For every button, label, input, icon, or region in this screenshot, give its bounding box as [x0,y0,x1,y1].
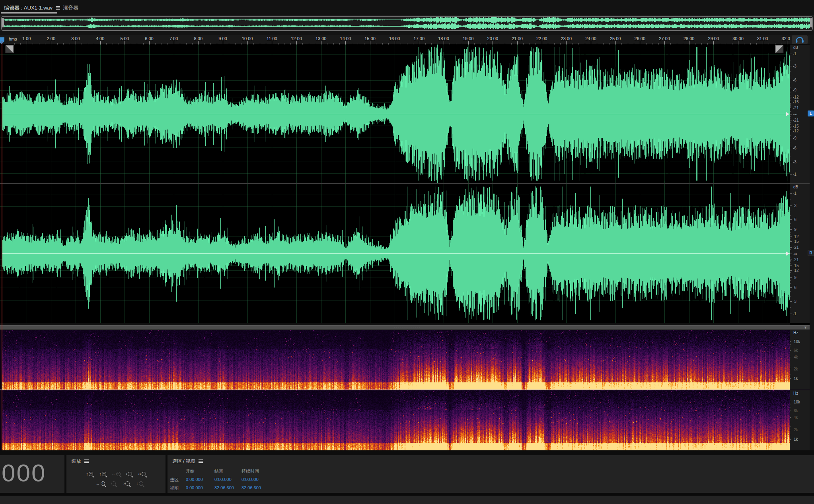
hz-tick [790,417,791,418]
db-minor-tick [790,258,791,258]
db-tick [790,114,792,114]
selection-end-value[interactable]: 0:00.000 [214,477,232,482]
view-duration-value[interactable]: 32:06.600 [241,485,261,490]
waveform-display[interactable]: dB-1-1-3-3-6-6-9-9-12-12-15-15-21-21-∞ d… [0,45,814,325]
db-minor-tick [790,106,791,107]
db-tick [790,219,792,220]
ruler-major-tick [100,41,101,45]
zoom-out-time-icon: − [109,480,118,487]
zoom-panel-header: 缩放 [72,458,89,465]
pane-divider[interactable]: ▼ [0,325,814,330]
zoom-buttons-row1: ↕+↕−↔−‹‹› [85,470,147,477]
db-minor-tick [790,272,791,273]
tab-mixer[interactable]: 混音器 [59,3,82,13]
db-label: -6 [793,285,796,289]
column-end: 结束 [214,468,223,474]
db-tick [790,241,792,242]
tab-editor-label: 编辑器 : AUX1-1.wav [4,4,53,12]
spectrogram-display[interactable]: Hz10k6k4k2k1k Hz10k6k4k2k1k [0,330,814,450]
db-minor-tick [790,118,791,118]
db-label: -21 [793,106,798,110]
ruler-major-tick [566,41,567,45]
zoom-modifier-glyph: ↕ [99,472,101,476]
zoom-panel: 缩放 ↕+↕−↔−‹‹› ↔+−›↕+ [66,455,166,493]
db-tick [790,80,792,80]
hz-tick [790,439,791,440]
vertical-scrollbar[interactable] [810,35,814,450]
channel-divider[interactable] [0,183,814,184]
db-tick [790,193,792,194]
magnifier-glyph [125,481,130,486]
zoom-panel-menu-icon[interactable] [84,459,89,463]
zoom-to-out-point-icon[interactable]: › [122,480,131,487]
db-label: -12 [793,129,798,133]
collapse-arrow-icon[interactable]: ▼ [804,326,807,330]
ruler-major-tick [370,41,370,45]
magnifier-glyph: + [89,472,93,476]
db-minor-tick [790,275,791,275]
zoom-in-time-icon[interactable]: ↔+ [95,480,105,487]
ruler-major-tick [517,41,518,45]
hz-scale-left-channel: Hz10k6k4k2k1k [790,330,810,390]
view-start-value[interactable]: 0:00.000 [186,485,203,490]
hz-label: 2k [794,427,798,432]
ruler-major-tick [198,41,199,45]
zoom-to-selection-icon[interactable]: ‹› [137,470,147,477]
overview-navigator[interactable] [0,15,814,31]
db-minor-tick [790,127,791,128]
db-minor-tick [790,105,791,106]
hz-minor-tick [790,347,791,347]
hz-tick [790,378,791,379]
db-label: -∞ [793,251,797,256]
hz-label: 10k [794,339,800,343]
ruler-major-tick [125,41,125,45]
zoom-out-amplitude-icon[interactable]: ↕− [98,470,107,477]
selection-panel-menu-icon[interactable] [199,459,203,463]
db-minor-tick [790,291,791,292]
ruler-label: 30:00 [732,36,744,41]
db-minor-tick [790,107,791,108]
hz-minor-tick [790,407,791,407]
ruler-label: 27:00 [659,36,670,41]
db-minor-tick [790,227,791,227]
zoom-panel-title: 缩放 [72,458,81,465]
ruler-label: 5:00 [121,36,129,41]
zoom-to-in-point-icon[interactable]: ‹ [124,470,134,477]
hz-tick [790,357,791,357]
view-end-value[interactable]: 32:06.600 [214,485,234,490]
tab-editor[interactable]: 编辑器 : AUX1-1.wav [0,3,64,13]
db-minor-tick [790,84,791,84]
left-channel-badge[interactable]: L [808,110,814,116]
db-label: -9 [793,275,796,279]
right-channel-badge[interactable]: R [808,250,814,256]
db-minor-tick [790,247,791,247]
ruler-major-tick [444,41,444,45]
zoom-modifier-glyph: ↔ [111,472,116,476]
db-tick [790,229,792,230]
db-label: -1 [793,312,796,316]
zoom-in-amplitude-icon[interactable]: ↕+ [85,470,94,477]
overview-left-handle[interactable] [2,18,4,27]
overview-right-handle[interactable] [810,18,812,27]
db-minor-tick [790,283,791,284]
db-label: -21 [793,118,798,122]
selection-duration-value[interactable]: 0:00.000 [241,477,259,482]
db-tick [790,236,792,237]
ruler-label: 26:00 [635,36,646,41]
db-minor-tick [790,262,791,262]
selection-start-value[interactable]: 0:00.000 [186,477,203,482]
fade-out-handle[interactable] [775,45,783,53]
db-minor-tick [790,121,791,121]
monitor-button[interactable] [792,35,808,44]
ruler-label: 18:00 [438,36,449,41]
playhead-line[interactable] [2,41,2,450]
ruler-label: 24:00 [585,36,596,41]
divider-grip-icon[interactable] [393,327,421,329]
db-minor-tick [790,261,791,262]
hz-label: 2k [794,367,798,371]
timeline-ruler[interactable]: hms 1:002:003:004:005:006:007:008:009:00… [0,35,814,45]
db-tick [790,254,792,254]
db-minor-tick [790,124,791,125]
ruler-major-tick [738,41,738,45]
fade-in-handle[interactable] [6,45,14,53]
